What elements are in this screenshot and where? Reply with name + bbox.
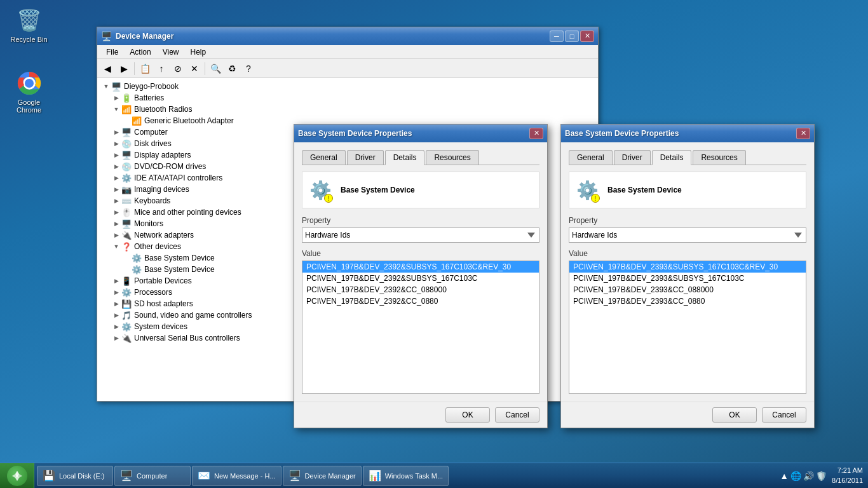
dialog1-property-label: Property: [302, 216, 539, 225]
menu-view[interactable]: View: [158, 46, 184, 58]
dialog2-value-item-2[interactable]: PCI\VEN_197B&DEV_2393&CC_088000: [569, 284, 806, 295]
dialog1-value-item-1[interactable]: PCI\VEN_197B&DEV_2392&SUBSYS_167C103C: [302, 273, 539, 284]
dialog1-device-icon: ⚙️ !: [308, 177, 333, 203]
dialog2-tabs: General Driver Details Resources: [569, 150, 806, 165]
dialog1-value-item-3[interactable]: PCI\VEN_197B&DEV_2392&CC_0880: [302, 295, 539, 307]
dialog1-tab-resources[interactable]: Resources: [426, 150, 478, 165]
dialog1-tab-details[interactable]: Details: [385, 150, 425, 165]
dialog2-close-button[interactable]: ✕: [796, 128, 810, 139]
dialog2-cancel-button[interactable]: Cancel: [762, 407, 806, 423]
dialog1-tab-driver[interactable]: Driver: [347, 150, 384, 165]
menu-help[interactable]: Help: [186, 46, 212, 58]
dialog1-value-item-0[interactable]: PCI\VEN_197B&DEV_2392&SUBSYS_167C103C&RE…: [302, 261, 539, 273]
dialog2-value-item-3[interactable]: PCI\VEN_197B&DEV_2393&CC_0880: [569, 295, 806, 307]
refresh-button[interactable]: ♻: [224, 61, 240, 76]
menu-file[interactable]: File: [101, 46, 123, 58]
taskbar-item-computer[interactable]: 🖥️ Computer: [114, 466, 191, 486]
menu-bar: File Action View Help: [97, 45, 598, 59]
dialog1-cancel-button[interactable]: Cancel: [495, 407, 539, 423]
time-display: 7:21 AM: [832, 466, 863, 475]
dialog2-value-label: Value: [569, 249, 806, 258]
dialog2-window: Base System Device Properties ✕ General …: [560, 124, 815, 428]
tray-security-icon[interactable]: 🛡️: [816, 471, 827, 481]
taskbar-item-device-manager[interactable]: 🖥️ Device Manager: [283, 466, 362, 486]
toolbar-separator-2: [205, 62, 205, 75]
dialog2-tab-general[interactable]: General: [569, 150, 613, 165]
update-driver-button[interactable]: ↑: [154, 61, 169, 76]
new-message-icon: ✉️: [198, 470, 210, 482]
dialog1-tab-general[interactable]: General: [302, 150, 346, 165]
dialog2-tab-driver[interactable]: Driver: [614, 150, 651, 165]
maximize-button[interactable]: □: [565, 30, 579, 42]
dialog2-ok-button[interactable]: OK: [712, 407, 757, 423]
disable-button[interactable]: ⊘: [170, 61, 186, 76]
google-chrome-icon[interactable]: Google Chrome: [5, 68, 53, 116]
dialog2-tab-resources[interactable]: Resources: [693, 150, 745, 165]
dialog2-tab-details[interactable]: Details: [652, 150, 692, 165]
tree-root[interactable]: ▼ 🖥️ Dieygo-Probook: [100, 81, 595, 92]
toolbar-separator-1: [134, 62, 135, 75]
dialog2-value-item-0[interactable]: PCI\VEN_197B&DEV_2393&SUBSYS_167C103C&RE…: [569, 261, 806, 273]
menu-action[interactable]: Action: [125, 46, 156, 58]
start-orb: [7, 466, 27, 486]
tree-item-batteries[interactable]: ▶ 🔋 Batteries: [110, 92, 595, 104]
date-display: 8/16/2011: [832, 476, 863, 485]
dialog2-device-name: Base System Device: [607, 186, 682, 194]
system-clock[interactable]: 7:21 AM 8/16/2011: [832, 466, 863, 485]
taskbar-item-local-disk[interactable]: 💾 Local Disk (E:): [37, 466, 113, 486]
dialog2-footer: OK Cancel: [561, 402, 814, 428]
taskbar: 💾 Local Disk (E:) 🖥️ Computer ✉️ New Mes…: [0, 463, 868, 488]
tray-expand-icon[interactable]: ▲: [780, 471, 789, 481]
tree-item-bluetooth[interactable]: ▼ 📶 Bluetooth Radios: [110, 104, 595, 115]
computer-taskbar-icon: 🖥️: [120, 470, 133, 482]
dialog1-device-name: Base System Device: [341, 186, 415, 194]
dialog2-value-item-1[interactable]: PCI\VEN_197B&DEV_2393&SUBSYS_167C103C: [569, 273, 806, 284]
taskbar-items: 💾 Local Disk (E:) 🖥️ Computer ✉️ New Mes…: [34, 463, 775, 488]
uninstall-button[interactable]: ✕: [187, 61, 202, 76]
help-button[interactable]: ?: [241, 61, 256, 76]
back-button[interactable]: ◀: [100, 61, 115, 76]
tray-volume-icon[interactable]: 🔊: [803, 471, 814, 481]
dialog2-title: Base System Device Properties: [565, 129, 792, 138]
forward-button[interactable]: ▶: [116, 61, 132, 76]
properties-button[interactable]: 📋: [137, 61, 153, 76]
taskbar-item-task-manager[interactable]: 📊 Windows Task M...: [363, 466, 449, 486]
scan-button[interactable]: 🔍: [208, 61, 223, 76]
dialog1-value-item-2[interactable]: PCI\VEN_197B&DEV_2392&CC_088000: [302, 284, 539, 295]
dialog1-property-select[interactable]: Hardware Ids: [302, 227, 539, 243]
close-button[interactable]: ✕: [580, 30, 594, 42]
minimize-button[interactable]: ─: [550, 30, 564, 42]
dialog1-ok-button[interactable]: OK: [445, 407, 490, 423]
dialog2-titlebar[interactable]: Base System Device Properties ✕: [561, 125, 814, 142]
tray-network-icon[interactable]: 🌐: [790, 471, 801, 481]
tree-root-label: Dieygo-Probook: [124, 82, 179, 91]
taskbar-item-new-message[interactable]: ✉️ New Message - H...: [192, 466, 281, 486]
dialog1-title: Base System Device Properties: [298, 129, 526, 138]
toolbar: ◀ ▶ 📋 ↑ ⊘ ✕ 🔍 ♻ ?: [97, 59, 598, 78]
desktop: 🗑️ Recycle Bin Google Chrome 🖥️ Device M…: [0, 0, 868, 488]
dialog1-value-list[interactable]: PCI\VEN_197B&DEV_2392&SUBSYS_167C103C&RE…: [302, 261, 539, 394]
dialog2-device-header: ⚙️ ! Base System Device: [569, 172, 806, 208]
device-manager-titlebar[interactable]: 🖥️ Device Manager ─ □ ✕: [97, 27, 598, 45]
dialog1-close-button[interactable]: ✕: [529, 128, 543, 139]
dialog2-content: General Driver Details Resources ⚙️ ! Ba…: [561, 142, 814, 402]
tray-icons: ▲ 🌐 🔊 🛡️: [780, 471, 827, 481]
dialog1-window: Base System Device Properties ✕ General …: [294, 124, 548, 428]
dialog1-footer: OK Cancel: [294, 402, 547, 428]
recycle-bin-label: Recycle Bin: [10, 36, 47, 43]
device-manager-taskbar-icon: 🖥️: [288, 470, 301, 482]
svg-point-2: [25, 79, 34, 88]
recycle-bin-icon[interactable]: 🗑️ Recycle Bin: [5, 5, 53, 46]
dialog1-device-header: ⚙️ ! Base System Device: [302, 172, 539, 208]
start-button[interactable]: [0, 463, 34, 489]
device-manager-taskbar-label: Device Manager: [305, 472, 356, 480]
new-message-label: New Message - H...: [214, 472, 276, 480]
system-tray: ▲ 🌐 🔊 🛡️ 7:21 AM 8/16/2011: [775, 466, 868, 485]
device-manager-title: Device Manager: [116, 32, 546, 41]
dialog1-content: General Driver Details Resources ⚙️ ! Ba…: [294, 142, 547, 402]
dialog2-property-select[interactable]: Hardware Ids: [569, 227, 806, 243]
dialog1-titlebar[interactable]: Base System Device Properties ✕: [294, 125, 547, 142]
local-disk-icon: 💾: [43, 470, 55, 482]
dialog2-value-list[interactable]: PCI\VEN_197B&DEV_2393&SUBSYS_167C103C&RE…: [569, 261, 806, 394]
task-manager-label: Windows Task M...: [385, 472, 444, 480]
